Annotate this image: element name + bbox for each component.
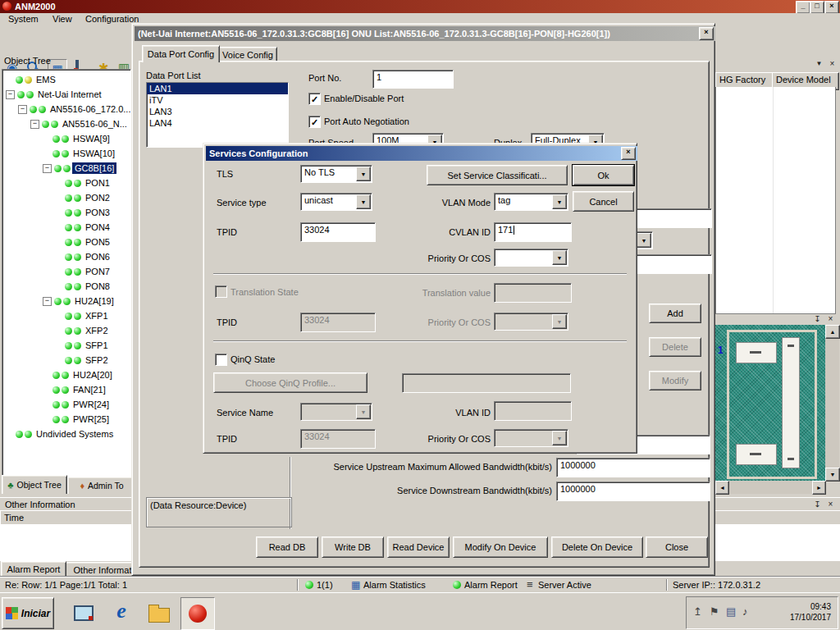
qinq-profile-field[interactable] [402, 373, 571, 393]
chevron-down-icon[interactable]: ▼ [356, 194, 371, 209]
menu-system[interactable]: System [8, 14, 39, 24]
scroll-up-icon[interactable]: ▲ [825, 325, 840, 339]
cancel-button[interactable]: Cancel [573, 191, 634, 212]
panel-close-icon[interactable]: × [825, 499, 836, 509]
tab-alarm-report[interactable]: Alarm Report [1, 561, 66, 577]
tree-node[interactable]: XFP1 [2, 308, 130, 323]
qinq-state-checkbox[interactable] [215, 354, 227, 366]
tray-disk-icon[interactable]: ▤ [726, 605, 736, 618]
data-port-list-item[interactable]: iTV [147, 94, 288, 106]
delete-on-device-button[interactable]: Delete On Device [551, 536, 643, 558]
tree-node[interactable]: XFP2 [2, 323, 130, 338]
alarm-report-label[interactable]: Alarm Report [464, 580, 518, 590]
vlan-mode-select[interactable]: tag ▼ [494, 193, 568, 211]
scroll-right-icon[interactable]: ► [812, 481, 826, 495]
tree-node[interactable]: SFP1 [2, 338, 130, 353]
close-button[interactable]: × [824, 1, 839, 13]
tree-expander-icon[interactable]: − [43, 297, 52, 306]
data-port-list[interactable]: LAN1iTVLAN3LAN4 [146, 82, 289, 148]
ok-button[interactable]: Ok [573, 165, 634, 185]
tray-flag-icon[interactable]: ⚑ [710, 605, 719, 618]
tree-node[interactable]: PON8 [2, 279, 130, 294]
tree-node[interactable]: −GC8B[16] [2, 161, 130, 176]
panel-collapse-icon[interactable]: ▼ [814, 58, 824, 69]
qinq-priority-select[interactable]: ▼ [494, 429, 568, 447]
data-port-list-item[interactable]: LAN3 [147, 106, 288, 117]
tree-node[interactable]: PON1 [2, 176, 130, 190]
translation-priority-select[interactable]: ▼ [494, 313, 568, 331]
tree-node[interactable]: PON7 [2, 264, 130, 279]
add-button[interactable]: Add [649, 304, 701, 323]
scroll-left-icon[interactable]: ◄ [715, 481, 729, 495]
start-button[interactable]: Iniciar [2, 597, 54, 629]
tree-node[interactable]: PWR[25] [2, 412, 130, 427]
tab-admin-tool[interactable]: ♦ Admin To [67, 477, 136, 494]
tree-expander-icon[interactable]: − [43, 164, 52, 173]
tree-node[interactable]: PON6 [2, 249, 130, 264]
tree-expander-icon[interactable]: − [18, 105, 27, 114]
set-service-classification-button[interactable]: Set Service Classificati... [427, 165, 568, 185]
tab-voice-config[interactable]: Voice Config [218, 47, 277, 62]
minimize-button[interactable]: _ [796, 1, 810, 13]
chevron-down-icon[interactable]: ▼ [356, 167, 371, 181]
tree-node[interactable]: Undivided Systems [2, 427, 130, 441]
tray-volume-icon[interactable]: ♪ [742, 605, 748, 618]
delete-button[interactable]: Delete [649, 337, 701, 357]
chevron-down-icon[interactable]: ▼ [552, 194, 567, 209]
tree-expander-icon[interactable]: − [30, 120, 39, 129]
service-name-select[interactable]: ▼ [300, 403, 372, 421]
tpid-field[interactable]: 33024 [300, 222, 376, 242]
translation-state-checkbox[interactable] [215, 285, 227, 298]
tree-node[interactable]: EMS [2, 72, 130, 87]
chevron-down-icon[interactable]: ▼ [356, 404, 371, 419]
tree-node[interactable]: HU2A[20] [2, 368, 130, 382]
taskbar-anm2000-button[interactable] [180, 597, 215, 630]
auto-negotiation-checkbox[interactable]: ✓ [308, 116, 321, 128]
tab-object-tree[interactable]: ♣ Object Tree [2, 475, 67, 494]
enable-port-checkbox[interactable]: ✓ [308, 93, 321, 105]
tree-node[interactable]: PWR[24] [2, 397, 130, 412]
chevron-down-icon[interactable]: ▼ [552, 314, 567, 329]
device-card[interactable] [727, 330, 817, 479]
upstream-bandwidth-field[interactable]: 1000000 [556, 458, 710, 477]
alarm-statistics-label[interactable]: Alarm Statistics [363, 580, 426, 590]
tree-node[interactable]: FAN[21] [2, 382, 130, 397]
close-icon[interactable]: × [621, 147, 636, 160]
modify-button[interactable]: Modify [649, 371, 701, 390]
tree-node[interactable]: PON5 [2, 235, 130, 249]
taskbar-computer-icon[interactable] [69, 598, 98, 628]
translation-tpid-field[interactable]: 33024 [300, 313, 376, 332]
tls-select[interactable]: No TLS ▼ [300, 165, 372, 183]
device-shelf-view[interactable]: 1 [715, 325, 825, 481]
data-port-list-item[interactable]: LAN1 [147, 83, 288, 94]
pin-icon[interactable]: ↧ [812, 499, 823, 509]
tree-node[interactable]: SFP2 [2, 353, 130, 368]
priority-cos-select[interactable]: ▼ [494, 249, 568, 267]
pin-icon[interactable]: ↧ [812, 313, 823, 324]
vertical-scrollbar[interactable]: ▲ ▼ [825, 325, 839, 481]
chevron-down-icon[interactable]: ▼ [552, 250, 567, 265]
maximize-button[interactable]: □ [810, 1, 824, 13]
tab-data-port-config[interactable]: Data Port Config [142, 45, 220, 62]
tray-up-icon[interactable]: ↥ [693, 605, 702, 618]
taskbar-browser-icon[interactable]: e [107, 595, 136, 628]
service-type-select[interactable]: unicast ▼ [300, 193, 372, 211]
chevron-down-icon[interactable]: ▼ [552, 431, 567, 445]
modify-on-device-button[interactable]: Modify On Device [453, 536, 548, 558]
close-button[interactable]: Close [646, 536, 708, 558]
read-device-button[interactable]: Read Device [387, 536, 450, 558]
tree-node[interactable]: HSWA[9] [2, 131, 130, 146]
onu-list-body[interactable] [715, 87, 836, 314]
panel-close-icon[interactable]: × [827, 58, 838, 69]
horizontal-scrollbar[interactable]: ◄ ► [715, 481, 825, 494]
read-db-button[interactable]: Read DB [256, 536, 318, 558]
qinq-vlan-id-field[interactable] [494, 401, 572, 421]
chevron-down-icon[interactable]: ▼ [637, 233, 651, 248]
data-port-list-item[interactable]: LAN4 [147, 117, 288, 129]
taskbar-folder-icon[interactable] [144, 600, 174, 626]
tree-node[interactable]: PON2 [2, 190, 130, 205]
write-db-button[interactable]: Write DB [322, 536, 384, 558]
tree-node[interactable]: HSWA[10] [2, 146, 130, 161]
cvlan-id-field[interactable]: 171 [494, 222, 572, 242]
tree-expander-icon[interactable]: − [6, 90, 15, 99]
